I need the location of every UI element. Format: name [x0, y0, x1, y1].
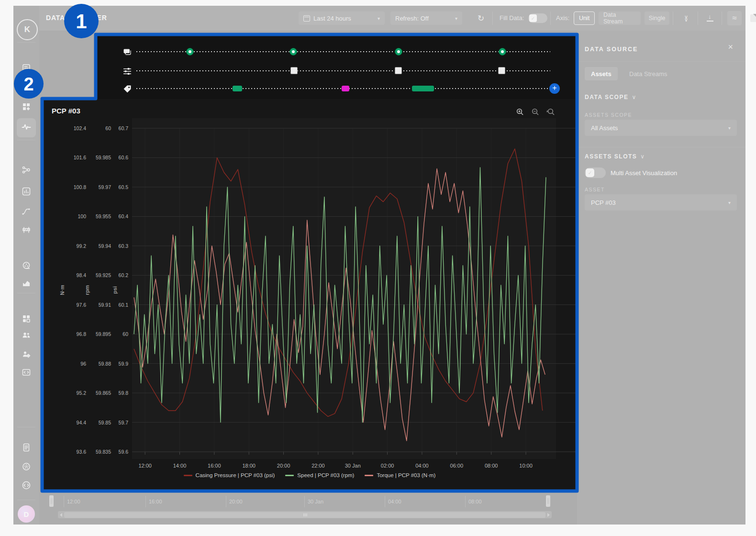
- asset-value: PCP #03: [591, 199, 616, 206]
- y-tick-N·m: 96.8: [77, 331, 87, 337]
- axis-mode-unit[interactable]: Unit: [574, 11, 595, 25]
- timeseries-plot[interactable]: 12:0014:0016:0018:0020:0022:0030 Jan02:0…: [42, 99, 577, 491]
- assets-scope-select[interactable]: All Assets ▾: [585, 120, 737, 136]
- tag-marker[interactable]: [233, 86, 242, 91]
- document-icon: [750, 14, 756, 22]
- sidebar-item-api[interactable]: [17, 477, 36, 496]
- sidebar-item-code[interactable]: [17, 364, 36, 383]
- legend-item[interactable]: Casing Pressure | PCP #03 (psi): [184, 472, 275, 478]
- tab-data-streams[interactable]: Data Streams: [623, 67, 673, 80]
- user-settings-icon: [22, 349, 31, 361]
- collapse-all-button[interactable]: ∨∨: [679, 11, 693, 25]
- sidebar-item-charts[interactable]: [17, 183, 36, 202]
- x-tick: 06:00: [450, 463, 464, 469]
- legend-label: Speed | PCP #03 (rpm): [297, 472, 354, 478]
- fill-data-toggle[interactable]: ✓: [528, 13, 547, 23]
- assets-slots-section[interactable]: ASSETS SLOTS∨: [585, 153, 645, 160]
- sidebar-item-workflows[interactable]: [17, 203, 36, 222]
- report-button[interactable]: [746, 11, 756, 25]
- refresh-value: Refresh: Off: [395, 15, 429, 22]
- tag-icon: [122, 84, 132, 94]
- multi-asset-toggle[interactable]: ✓: [585, 168, 606, 178]
- sidebar-item-users[interactable]: [17, 326, 36, 346]
- left-nav-sidebar: K D: [13, 6, 39, 525]
- x-tick: 16:00: [208, 463, 221, 469]
- sidebar-item-reel2[interactable]: [17, 458, 36, 477]
- comment-marker[interactable]: [186, 48, 194, 56]
- panel-divider: [577, 61, 745, 62]
- chevron-down-icon: ▾: [378, 16, 380, 21]
- tag-marker[interactable]: [412, 86, 434, 91]
- time-range-select[interactable]: Last 24 hours ▾: [299, 11, 385, 25]
- sidebar-item-alerts[interactable]: [17, 59, 36, 78]
- assets-icon: [22, 82, 31, 94]
- y-tick-psi: 59.9: [119, 361, 129, 367]
- y-tick-psi: 60.3: [119, 243, 129, 249]
- axis-mode-single[interactable]: Single: [645, 11, 669, 25]
- axis-unit-label: N·m: [59, 285, 65, 295]
- sidebar-divider: [17, 427, 35, 427]
- comment-icon: [122, 47, 132, 57]
- timeline-label: 12:00: [67, 499, 80, 504]
- user-avatar[interactable]: D: [18, 505, 35, 523]
- sidebar-item-maintenance[interactable]: [17, 221, 36, 240]
- y-tick-rpm: 59.94: [99, 243, 111, 249]
- asset-select[interactable]: PCP #03 ▾: [585, 194, 737, 211]
- scrollbar-thumb[interactable]: [64, 512, 545, 518]
- download-button[interactable]: ↓: [703, 11, 717, 25]
- brush-handle-right[interactable]: [546, 495, 550, 507]
- analytics-icon: [22, 279, 31, 290]
- refresh-now-button[interactable]: ↻: [474, 11, 488, 25]
- legend-item[interactable]: Speed | PCP #03 (rpm): [285, 472, 354, 478]
- refresh-select[interactable]: Refresh: Off ▾: [390, 11, 462, 25]
- y-tick-rpm: 59.85: [99, 420, 111, 425]
- legend-item[interactable]: Torque | PCP #03 (N·m): [365, 472, 435, 478]
- app-screenshot: { "toolbar": { "title": "DATA EXPLORER",…: [0, 0, 756, 536]
- scroll-left-icon[interactable]: [60, 513, 62, 517]
- timeline-scrollbar[interactable]: [58, 511, 552, 518]
- close-icon[interactable]: ×: [728, 42, 733, 52]
- y-tick-rpm: 59.925: [96, 272, 111, 278]
- y-tick-N·m: 99.2: [77, 243, 87, 249]
- assets-scope-label: ASSETS SCOPE: [585, 112, 632, 118]
- comment-marker[interactable]: [395, 48, 402, 56]
- tab-assets[interactable]: Assets: [585, 67, 618, 80]
- sidebar-item-data-explorer[interactable]: [17, 118, 36, 137]
- timeline-separator: [304, 496, 305, 507]
- sidebar-item-docs[interactable]: [17, 439, 36, 458]
- data-scope-section[interactable]: DATA SCOPE∨: [585, 94, 637, 100]
- timeline-separator: [145, 496, 146, 507]
- time-brush: 12:0016:0020:0030 Jan04:0008:00: [13, 492, 577, 525]
- sidebar-item-reel[interactable]: [17, 257, 36, 276]
- brush-handle-left[interactable]: [49, 495, 54, 507]
- axis-mode-data-stream[interactable]: Data Stream: [599, 11, 641, 25]
- panel-divider: [577, 147, 745, 147]
- sidebar-item-assets[interactable]: [17, 78, 36, 98]
- toolbar-divider: [673, 11, 673, 25]
- tag-marker[interactable]: [342, 86, 349, 91]
- track-line-configurations: [136, 70, 550, 71]
- config-marker[interactable]: [290, 67, 298, 74]
- users-icon: [22, 330, 31, 342]
- timeline-label: 16:00: [149, 499, 162, 504]
- add-annotation-button[interactable]: +: [549, 83, 560, 94]
- y-tick-rpm: 59.88: [99, 361, 111, 367]
- timeline-label: 08:00: [468, 499, 482, 504]
- chart-legend: Casing Pressure | PCP #03 (psi)Speed | P…: [42, 472, 577, 478]
- scroll-right-icon[interactable]: [547, 513, 550, 517]
- compare-view-button[interactable]: ≈: [727, 11, 742, 25]
- double-chevron-down-icon: ∨∨: [684, 15, 688, 21]
- sidebar-item-user-settings[interactable]: [17, 346, 36, 365]
- multi-asset-label: Multi Asset Visualization: [611, 169, 677, 177]
- sidebar-item-analytics[interactable]: [17, 275, 36, 294]
- y-tick-N·m: 100.8: [74, 184, 86, 190]
- config-marker[interactable]: [498, 67, 505, 74]
- brand-logo[interactable]: K: [17, 19, 38, 40]
- comment-marker[interactable]: [499, 48, 506, 56]
- config-marker[interactable]: [395, 67, 402, 74]
- reel-icon: [22, 261, 31, 272]
- comment-marker[interactable]: [289, 48, 297, 56]
- sidebar-item-connections[interactable]: [17, 161, 36, 180]
- x-tick: 12:00: [138, 463, 152, 469]
- sidebar-item-dashboards[interactable]: [17, 98, 36, 117]
